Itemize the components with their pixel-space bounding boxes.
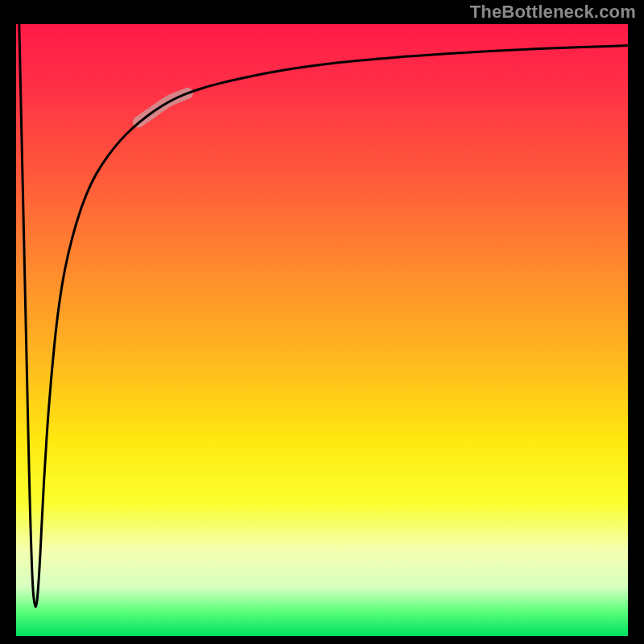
curve-layer [16, 24, 628, 636]
chart-frame: TheBottleneck.com [0, 0, 644, 644]
bottleneck-curve [19, 24, 628, 607]
attribution-text: TheBottleneck.com [470, 2, 636, 23]
plot-area [16, 24, 628, 636]
